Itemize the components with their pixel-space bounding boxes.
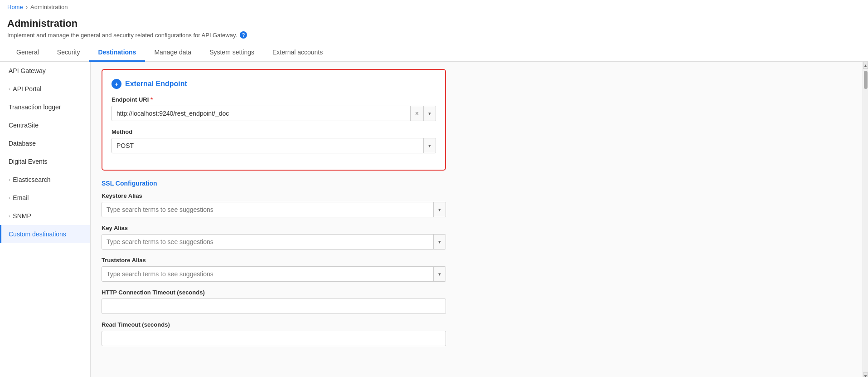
http-connection-timeout-label: HTTP Connection Timeout (seconds) [102, 289, 446, 296]
page-header: Administration Implement and manage the … [0, 14, 868, 40]
sidebar-label-centrasite: CentraSite [9, 122, 39, 129]
key-alias-label: Key Alias [102, 225, 446, 231]
chevron-right-icon-email: › [9, 196, 10, 201]
truststore-alias-wrapper: ▾ [102, 266, 446, 282]
read-timeout-group: Read Timeout (seconds) [102, 321, 446, 346]
help-icon[interactable]: ? [240, 31, 247, 39]
tab-system-settings[interactable]: System settings [200, 44, 263, 62]
key-alias-wrapper: ▾ [102, 234, 446, 250]
keystore-alias-input[interactable] [102, 202, 433, 217]
sidebar-label-api-portal: API Portal [13, 85, 41, 93]
method-select-wrapper: POST GET PUT DELETE ▾ [112, 138, 436, 153]
sidebar-item-custom-destinations[interactable]: Custom destinations [0, 225, 90, 243]
chevron-right-icon-elasticsearch: › [9, 177, 10, 182]
endpoint-uri-clear-button[interactable]: × [410, 106, 423, 121]
keystore-alias-group: Keystore Alias ▾ [102, 192, 446, 217]
keystore-alias-label: Keystore Alias [102, 192, 446, 199]
main-layout: API Gateway › API Portal Transaction log… [0, 62, 868, 377]
http-connection-timeout-input[interactable] [102, 299, 446, 314]
page-scrollbar: ▲ ▼ [863, 62, 868, 377]
sidebar-label-email: Email [13, 194, 29, 201]
sidebar-item-database[interactable]: Database [0, 134, 90, 152]
endpoint-uri-dropdown-button[interactable]: ▾ [423, 106, 436, 121]
endpoint-uri-label: Endpoint URI * [112, 96, 436, 103]
external-endpoint-card: + External Endpoint Endpoint URI * × ▾ M… [102, 69, 446, 171]
ssl-configuration-section: SSL Configuration Keystore Alias ▾ Key A… [102, 180, 446, 346]
key-alias-input[interactable] [102, 235, 433, 249]
truststore-alias-label: Truststore Alias [102, 257, 446, 264]
chevron-right-icon: › [9, 87, 10, 92]
tab-destinations[interactable]: Destinations [89, 44, 145, 62]
content-area: + External Endpoint Endpoint URI * × ▾ M… [91, 62, 863, 377]
sidebar-item-digital-events[interactable]: Digital Events [0, 152, 90, 171]
method-label: Method [112, 128, 436, 135]
sidebar-item-transaction-logger[interactable]: Transaction logger [0, 98, 90, 116]
breadcrumb-separator: › [26, 4, 28, 10]
sidebar-item-centrasite[interactable]: CentraSite [0, 116, 90, 134]
sidebar-item-api-portal[interactable]: › API Portal [0, 80, 90, 98]
sidebar-item-snmp[interactable]: › SNMP [0, 207, 90, 225]
sidebar-label-api-gateway: API Gateway [9, 67, 46, 74]
sidebar-label-snmp: SNMP [13, 212, 31, 220]
method-group: Method POST GET PUT DELETE ▾ [112, 128, 436, 153]
truststore-alias-input[interactable] [102, 267, 433, 281]
endpoint-uri-group: Endpoint URI * × ▾ [112, 96, 436, 121]
keystore-alias-wrapper: ▾ [102, 202, 446, 217]
tab-bar: General Security Destinations Manage dat… [0, 44, 868, 62]
sidebar-label-transaction-logger: Transaction logger [9, 103, 61, 111]
sidebar-item-email[interactable]: › Email [0, 189, 90, 207]
endpoint-title-text: External Endpoint [125, 80, 187, 88]
tab-manage-data[interactable]: Manage data [145, 44, 200, 62]
endpoint-card-title: + External Endpoint [112, 79, 436, 89]
scroll-thumb[interactable] [864, 71, 868, 89]
chevron-right-icon-snmp: › [9, 214, 10, 219]
method-dropdown-arrow: ▾ [423, 138, 436, 153]
keystore-alias-dropdown[interactable]: ▾ [433, 202, 446, 217]
endpoint-uri-input[interactable] [112, 106, 410, 121]
sidebar-label-database: Database [9, 140, 36, 147]
scroll-down-button[interactable]: ▼ [863, 372, 868, 377]
sidebar-label-elasticsearch: Elasticsearch [13, 176, 50, 183]
read-timeout-label: Read Timeout (seconds) [102, 321, 446, 328]
breadcrumb-current: Administration [30, 4, 68, 10]
truststore-alias-group: Truststore Alias ▾ [102, 257, 446, 282]
key-alias-group: Key Alias ▾ [102, 225, 446, 250]
truststore-alias-dropdown[interactable]: ▾ [433, 267, 446, 281]
sidebar-label-digital-events: Digital Events [9, 158, 48, 165]
breadcrumb-home[interactable]: Home [7, 4, 23, 10]
sidebar-item-api-gateway[interactable]: API Gateway [0, 62, 90, 80]
sidebar-label-custom-destinations: Custom destinations [9, 230, 66, 238]
tab-security[interactable]: Security [48, 44, 89, 62]
key-alias-dropdown[interactable]: ▾ [433, 235, 446, 249]
scroll-up-button[interactable]: ▲ [863, 62, 868, 69]
tab-general[interactable]: General [7, 44, 48, 62]
page-title: Administration [7, 18, 861, 29]
read-timeout-input[interactable] [102, 331, 446, 346]
breadcrumb: Home › Administration [0, 0, 868, 14]
endpoint-uri-input-wrapper: × ▾ [112, 106, 436, 121]
tab-external-accounts[interactable]: External accounts [263, 44, 332, 62]
method-select[interactable]: POST GET PUT DELETE [112, 138, 423, 153]
endpoint-icon: + [112, 79, 121, 89]
required-indicator: * [150, 96, 153, 103]
sidebar-item-elasticsearch[interactable]: › Elasticsearch [0, 171, 90, 189]
page-subtitle: Implement and manage the general and sec… [7, 31, 861, 39]
ssl-configuration-link[interactable]: SSL Configuration [102, 180, 446, 187]
http-connection-timeout-group: HTTP Connection Timeout (seconds) [102, 289, 446, 314]
sidebar: API Gateway › API Portal Transaction log… [0, 62, 91, 377]
